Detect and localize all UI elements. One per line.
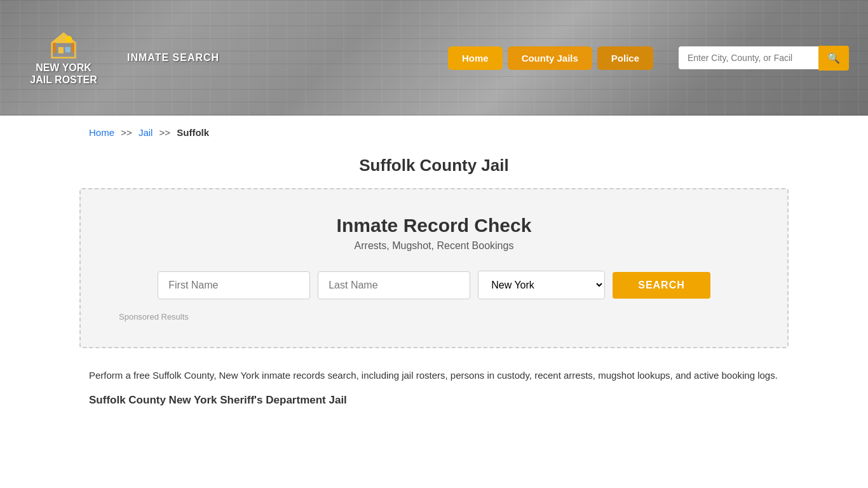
breadcrumb-sep-2: >> xyxy=(159,127,171,138)
search-section-subtitle: Arrests, Mugshot, Recent Bookings xyxy=(119,240,749,252)
inmate-search-label: INMATE SEARCH xyxy=(127,52,429,64)
nav-home-button[interactable]: Home xyxy=(448,46,503,70)
breadcrumb: Home >> Jail >> Suffolk xyxy=(0,116,868,149)
search-section-title: Inmate Record Check xyxy=(119,215,749,236)
content-description: Perform a free Suffolk County, New York … xyxy=(89,367,779,384)
svg-point-4 xyxy=(65,36,72,42)
search-icon: 🔍 xyxy=(827,53,840,64)
sponsored-results-label: Sponsored Results xyxy=(119,312,749,322)
header-search-input[interactable] xyxy=(679,46,818,69)
svg-rect-5 xyxy=(53,43,55,52)
last-name-input[interactable] xyxy=(318,271,470,299)
search-form: New YorkAlabamaAlaskaArizonaArkansasCali… xyxy=(119,271,749,299)
logo-icon xyxy=(48,30,79,62)
logo-text: NEW YORK JAIL ROSTER xyxy=(30,62,97,86)
first-name-input[interactable] xyxy=(158,271,310,299)
svg-rect-2 xyxy=(58,47,64,53)
breadcrumb-sep-1: >> xyxy=(121,127,132,138)
svg-rect-3 xyxy=(65,47,71,52)
breadcrumb-jail-link[interactable]: Jail xyxy=(139,127,153,138)
content-section-heading: Suffolk County New York Sheriff's Depart… xyxy=(89,394,779,407)
header-search-button[interactable]: 🔍 xyxy=(818,46,849,71)
state-select[interactable]: New YorkAlabamaAlaskaArizonaArkansasCali… xyxy=(478,271,605,299)
nav-county-jails-button[interactable]: County Jails xyxy=(508,46,592,70)
breadcrumb-current: Suffolk xyxy=(177,127,209,138)
site-header: NEW YORK JAIL ROSTER INMATE SEARCH Home … xyxy=(0,0,868,116)
main-content: Perform a free Suffolk County, New York … xyxy=(0,367,868,407)
main-nav: Home County Jails Police xyxy=(448,46,653,70)
svg-rect-6 xyxy=(72,43,74,52)
header-search-bar: 🔍 xyxy=(679,46,849,71)
search-section: Inmate Record Check Arrests, Mugshot, Re… xyxy=(79,188,789,348)
search-button[interactable]: SEARCH xyxy=(613,272,710,299)
breadcrumb-home-link[interactable]: Home xyxy=(89,127,114,138)
logo-area: NEW YORK JAIL ROSTER xyxy=(19,30,108,86)
page-title: Suffolk County Jail xyxy=(0,156,868,175)
nav-police-button[interactable]: Police xyxy=(597,46,653,70)
